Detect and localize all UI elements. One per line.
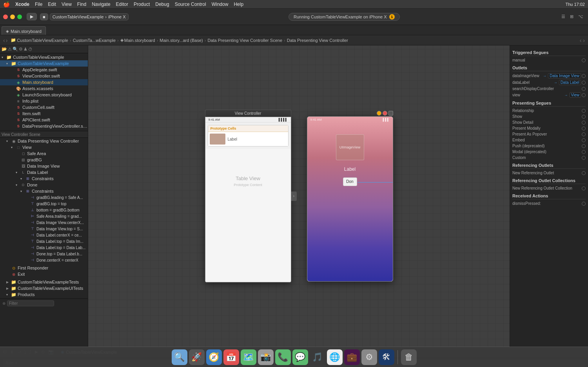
- dock-slack[interactable]: 💼: [344, 349, 360, 365]
- sidebar-item-appdelegate[interactable]: S AppDelegate.swift: [0, 67, 88, 73]
- scheme-selector[interactable]: CustomTableViewExample › iPhone X: [50, 13, 129, 20]
- breadcrumb-2[interactable]: CustomTa...wExample: [73, 38, 116, 43]
- breadcrumb-5[interactable]: Data Presenting View Controller Scene: [207, 38, 282, 43]
- dock-maps[interactable]: 🗺️: [241, 349, 256, 365]
- sidebar-item-uitests[interactable]: ▶ 📁 CustomTableViewExampleUITests: [0, 285, 88, 291]
- sidebar-item-c10[interactable]: ⊣ Done.top = Data Label.b...: [0, 251, 88, 257]
- sidebar-item-datalabel[interactable]: ▾ L Data Label: [0, 169, 88, 175]
- sidebar-item-apiclient[interactable]: S APIClient.swift: [0, 117, 88, 123]
- sidebar-item-c5[interactable]: ⊣ Data Image View.centerX...: [0, 219, 88, 226]
- sidebar-item-done[interactable]: ▾ ⊙ Done: [0, 182, 88, 188]
- seg-circle-rel[interactable]: [582, 109, 586, 113]
- sidebar-item-constraints2[interactable]: ▾ ⊞ Constraints: [0, 188, 88, 194]
- sidebar-item-c8[interactable]: ⊤ Data Label.top = Data Im...: [0, 238, 88, 244]
- sidebar-item-dpvc-scene[interactable]: ▾ ◉ Data Presenting View Controller: [0, 138, 88, 144]
- sidebar-item-safearea[interactable]: ◻ Safe Area: [0, 150, 88, 157]
- sidebar-item-c1[interactable]: ⊣ gradBG.leading = Safe A...: [0, 194, 88, 201]
- seg-circle-pushd[interactable]: [582, 144, 586, 148]
- menu-navigate[interactable]: Navigate: [92, 2, 110, 7]
- dock-photos[interactable]: 📸: [258, 349, 274, 365]
- dock-safari[interactable]: 🧭: [206, 349, 222, 365]
- sidebar-item-constraints[interactable]: ▾ ⊞ Constraints: [0, 175, 88, 182]
- sidebar-item-c3[interactable]: ⊥ bottom = gradBG.bottom: [0, 207, 88, 213]
- sidebar-item-assets[interactable]: 🎨 Assets.xcassets: [0, 85, 88, 92]
- outlet-circle-view[interactable]: [582, 93, 586, 97]
- sidebar-item-products[interactable]: ▾ 📁 Products: [0, 291, 88, 298]
- menu-editor[interactable]: Editor: [116, 2, 128, 7]
- sidebar-icon-1[interactable]: 📂: [2, 47, 7, 52]
- sidebar-item-firstresponder[interactable]: ⊙ First Responder: [0, 265, 88, 271]
- menu-find[interactable]: Find: [77, 2, 86, 7]
- received-dismiss-circle[interactable]: [582, 202, 586, 206]
- seg-circle-show[interactable]: [582, 115, 586, 119]
- inspector-toggle[interactable]: ⊞: [568, 13, 575, 20]
- ib-canvas[interactable]: View Controller 9:41 AM ▌▌▌▌ Prototype C…: [88, 45, 510, 347]
- outlet-circle-dl[interactable]: [582, 81, 586, 85]
- menu-file[interactable]: File: [35, 2, 42, 7]
- sidebar-item-customcell[interactable]: S CustomCell.swift: [0, 104, 88, 110]
- manual-circle[interactable]: [582, 58, 586, 62]
- sidebar-icon-5[interactable]: ♟: [24, 47, 27, 52]
- dp-ctrl-gray[interactable]: [388, 111, 393, 116]
- menu-product[interactable]: Product: [134, 2, 150, 7]
- breadcrumb-3[interactable]: ◈ Main.storyboard: [120, 38, 155, 43]
- sidebar-item-root[interactable]: ▾ 📁 CustomTableViewExample: [0, 54, 88, 60]
- dp-done-button[interactable]: Don: [343, 177, 357, 186]
- dock-chrome[interactable]: 🌐: [327, 349, 343, 365]
- sidebar-icon-6[interactable]: ⏱: [28, 47, 33, 52]
- stop-button[interactable]: ■: [40, 13, 48, 20]
- navigator-toggle[interactable]: ☰: [560, 13, 567, 20]
- tab-storyboard[interactable]: ◈ Main.storyboard: [2, 26, 46, 35]
- sidebar-item-c7[interactable]: ⊣ Data Label.centerX = ce...: [0, 232, 88, 238]
- dock-itunes[interactable]: 🎵: [310, 349, 325, 365]
- dock-facetime[interactable]: 📞: [275, 349, 291, 365]
- seg-circle-pop[interactable]: [582, 132, 586, 136]
- dock-xcode[interactable]: 🛠: [379, 349, 394, 365]
- sidebar-icon-2[interactable]: ⚠: [8, 47, 12, 52]
- ref-collections-circle[interactable]: [582, 186, 586, 190]
- breadcrumb-prev[interactable]: ‹: [580, 37, 582, 43]
- sidebar-item-viewcontroller[interactable]: S ViewController.swift: [0, 73, 88, 79]
- seg-circle-pm[interactable]: [582, 127, 586, 130]
- breadcrumb-next[interactable]: ›: [583, 37, 585, 43]
- outlet-circle-sdc[interactable]: [582, 87, 586, 91]
- menu-xcode[interactable]: Xcode: [15, 2, 29, 7]
- menu-debug[interactable]: Debug: [155, 2, 169, 7]
- canvas-expand-btn[interactable]: ›: [291, 192, 297, 201]
- dock-trash[interactable]: 🗑: [401, 349, 417, 365]
- sidebar-item-dpvc[interactable]: S DataPresentingViewController.swift: [0, 123, 88, 129]
- sidebar-item-exit[interactable]: ⊗ Exit: [0, 271, 88, 277]
- dock-calendar[interactable]: 📅: [223, 349, 239, 365]
- breadcrumb-4[interactable]: Main.story...ard (Base): [160, 38, 203, 43]
- sidebar-item-view[interactable]: ▾ □ View: [0, 144, 88, 150]
- sidebar-item-launchscreen[interactable]: ◈ LaunchScreen.storyboard: [0, 92, 88, 98]
- ref-outlets-new[interactable]: New Referencing Outlet: [512, 170, 586, 176]
- dp-ctrl-red[interactable]: [383, 111, 387, 116]
- debug-toggle[interactable]: ⌥: [577, 13, 585, 20]
- close-button[interactable]: [3, 14, 8, 19]
- seg-circle-cust[interactable]: [582, 156, 586, 160]
- menu-window[interactable]: Window: [212, 2, 229, 7]
- sidebar-filter-input[interactable]: [7, 300, 54, 306]
- breadcrumb-6[interactable]: Data Presenting View Controller: [287, 38, 348, 43]
- sidebar-item-item[interactable]: S Item.swift: [0, 110, 88, 117]
- breadcrumb-back[interactable]: ‹: [3, 37, 5, 43]
- sidebar-item-tests[interactable]: ▶ 📁 CustomTableViewExampleTests: [0, 279, 88, 285]
- seg-circle-sd[interactable]: [582, 121, 586, 125]
- sidebar-item-plist[interactable]: ≡ Info.plist: [0, 98, 88, 104]
- menu-help[interactable]: Help: [234, 2, 243, 7]
- dock-launchpad[interactable]: 🚀: [189, 349, 205, 365]
- sidebar-item-mainstoryboard[interactable]: ◈ Main.storyboard: [0, 79, 88, 85]
- sidebar-item-c2[interactable]: ⊤ gradBG.top = top: [0, 201, 88, 207]
- apple-menu[interactable]: 🍎: [3, 1, 10, 7]
- sidebar-item-group[interactable]: ▾ 📁 CustomTableViewExample: [0, 60, 88, 67]
- run-button[interactable]: ▶: [27, 13, 37, 20]
- outlet-circle-div[interactable]: [582, 74, 586, 78]
- sidebar-icon-3[interactable]: 🔍: [13, 47, 18, 52]
- menu-view[interactable]: View: [62, 2, 72, 7]
- dock-settings[interactable]: ⚙: [361, 349, 377, 365]
- breadcrumb-forward[interactable]: ›: [6, 37, 8, 43]
- sidebar-item-c9[interactable]: ⊣ Data Label.top = Data Lab...: [0, 244, 88, 251]
- breadcrumb-1[interactable]: 📁 CustomTableViewExample: [11, 38, 68, 43]
- ref-outlets-circle[interactable]: [582, 171, 586, 175]
